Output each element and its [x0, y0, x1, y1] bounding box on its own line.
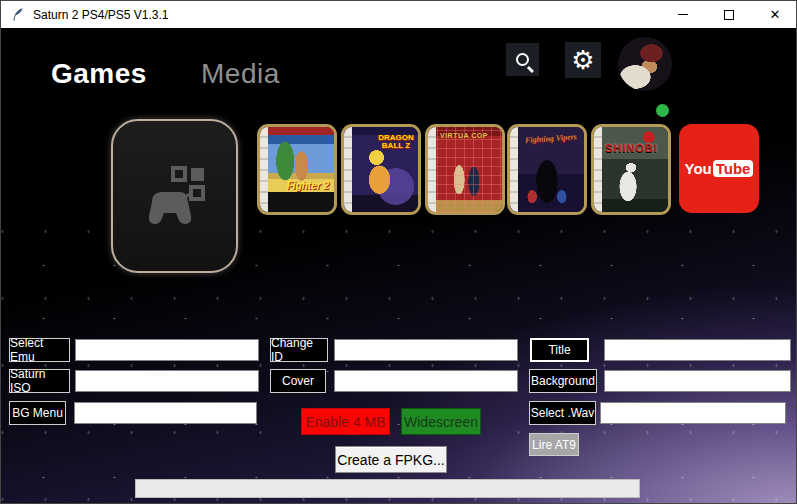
cover-art — [510, 127, 584, 212]
youtube-tile[interactable]: You Tube — [679, 124, 759, 213]
close-icon: ✕ — [770, 8, 781, 21]
search-icon — [516, 53, 529, 66]
cover-art — [428, 127, 502, 212]
select-wav-input[interactable] — [600, 402, 786, 424]
enable-4mb-button[interactable]: Enable 4 MB — [301, 408, 390, 435]
minimize-button[interactable] — [660, 1, 706, 28]
background-input[interactable] — [604, 370, 791, 392]
saturn-iso-button[interactable]: Saturn ISO — [9, 369, 70, 393]
cover-button[interactable]: Cover — [270, 369, 326, 393]
youtube-logo-tube: Tube — [713, 160, 754, 177]
widescreen-button[interactable]: Widescreen — [401, 408, 481, 435]
minimize-icon — [678, 14, 688, 15]
bg-menu-input[interactable] — [74, 402, 257, 424]
sega-saturn-spine — [344, 127, 352, 212]
sega-saturn-spine — [510, 127, 518, 212]
background-button[interactable]: Background — [529, 369, 597, 393]
search-button[interactable] — [506, 43, 539, 76]
window-title: Saturn 2 PS4/PS5 V1.3.1 — [33, 8, 660, 22]
saturn-iso-input[interactable] — [75, 370, 259, 392]
progress-bar — [135, 479, 640, 498]
bg-menu-button[interactable]: BG Menu — [9, 401, 66, 425]
game-cover-virtua-cop[interactable]: VIRTUA COP — [425, 124, 505, 215]
change-id-input[interactable] — [334, 339, 518, 361]
app-window: Saturn 2 PS4/PS5 V1.3.1 ✕ Games Media ⚙ — [0, 0, 797, 504]
tab-media[interactable]: Media — [201, 58, 280, 90]
gear-icon: ⚙ — [571, 47, 594, 73]
select-emu-input[interactable] — [75, 339, 259, 361]
youtube-logo-you: You — [685, 160, 712, 177]
gamepad-library-icon — [140, 158, 210, 234]
titlebar: Saturn 2 PS4/PS5 V1.3.1 ✕ — [1, 1, 797, 28]
change-id-button[interactable]: Change ID — [270, 338, 328, 362]
game-library-tile[interactable] — [111, 119, 238, 273]
lire-at9-button[interactable]: Lire AT9 — [529, 433, 579, 456]
game-cover-fighting-vipers[interactable]: Fighting Vipers — [507, 124, 587, 215]
title-input[interactable] — [604, 339, 791, 361]
select-emu-button[interactable]: Select Emu — [9, 338, 70, 362]
maximize-icon — [724, 10, 734, 20]
sega-saturn-spine — [428, 127, 436, 212]
tab-games[interactable]: Games — [51, 58, 147, 90]
feather-app-icon — [10, 7, 26, 23]
cover-art — [594, 127, 668, 212]
sega-saturn-spine — [594, 127, 602, 212]
cover-art — [344, 127, 418, 212]
close-button[interactable]: ✕ — [752, 1, 797, 28]
cover-input[interactable] — [334, 370, 518, 392]
main-surface: Games Media ⚙ Fighter 2 DR — [1, 28, 797, 504]
maximize-button[interactable] — [706, 1, 752, 28]
game-cover-shinobi[interactable]: SHINOBI — [591, 124, 671, 215]
select-wav-button[interactable]: Select .Wav — [529, 401, 596, 425]
create-fpkg-button[interactable]: Create a FPKG... — [335, 446, 447, 473]
game-cover-dragon-ball-z[interactable]: DRAGON BALL Z — [341, 124, 421, 215]
game-cover-virtua-fighter-2[interactable]: Fighter 2 — [257, 124, 337, 215]
settings-button[interactable]: ⚙ — [565, 42, 601, 78]
sega-saturn-spine — [260, 127, 268, 212]
title-button[interactable]: Title — [530, 338, 589, 362]
cover-art — [260, 127, 334, 212]
profile-avatar[interactable] — [618, 37, 672, 91]
online-status-dot — [656, 104, 669, 117]
